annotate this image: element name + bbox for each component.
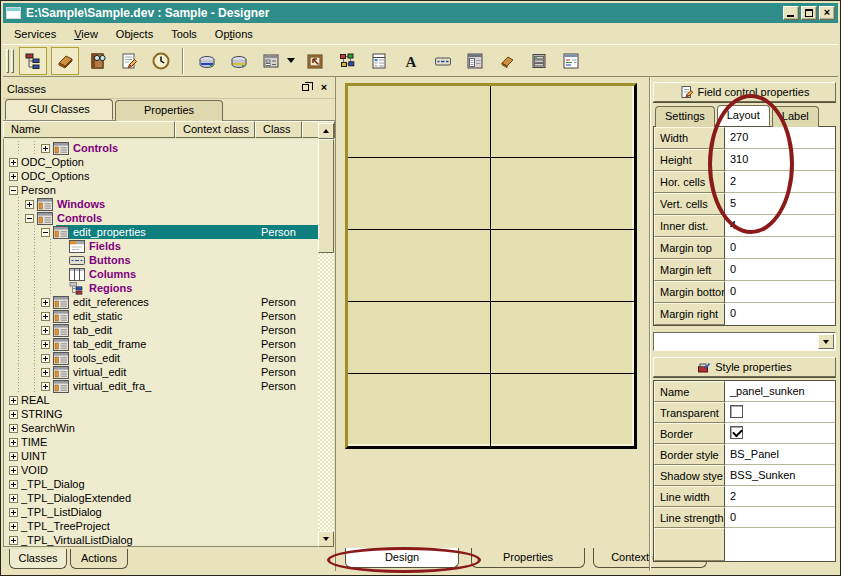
tree-row-string[interactable]: STRING: [4, 407, 318, 421]
toolbar-button-server[interactable]: [525, 47, 553, 75]
expand-icon[interactable]: [9, 536, 18, 545]
toolbar-button-form-window[interactable]: [257, 47, 285, 75]
property-value[interactable]: BS_Panel: [725, 444, 835, 465]
combobox-dropdown-button[interactable]: [818, 334, 834, 349]
property-value[interactable]: 0: [725, 281, 835, 303]
minimize-button[interactable]: [783, 6, 799, 20]
menu-item-services[interactable]: Services: [5, 26, 65, 42]
tree-row-_tpl_listdialog[interactable]: _TPL_ListDialog: [4, 505, 318, 519]
canvas-cell[interactable]: [348, 86, 491, 158]
toolbar-button-report-table[interactable]: [365, 47, 393, 75]
tree-row-tools_edit[interactable]: tools_editPerson: [4, 351, 318, 365]
property-value[interactable]: 2: [725, 171, 835, 193]
design-canvas[interactable]: [345, 83, 637, 449]
tab-actions[interactable]: Actions: [70, 549, 128, 569]
tree-row-tab_edit_frame[interactable]: tab_edit_framePerson: [4, 337, 318, 351]
toolbar-button-drive-blue[interactable]: [193, 47, 221, 75]
tree-row-_tpl_dialog[interactable]: _TPL_Dialog: [4, 477, 318, 491]
canvas-cell[interactable]: [348, 158, 491, 230]
scroll-down-button[interactable]: [318, 531, 334, 547]
tree-row-tab_edit[interactable]: tab_editPerson: [4, 323, 318, 337]
canvas-cell[interactable]: [348, 302, 491, 374]
toolbar-button-edit-document[interactable]: [115, 47, 143, 75]
tree-row-buttons[interactable]: Buttons: [4, 253, 318, 267]
field-control-properties-button[interactable]: Field control properties: [653, 82, 836, 102]
canvas-cell[interactable]: [491, 374, 634, 446]
expand-icon[interactable]: [9, 172, 18, 181]
property-value[interactable]: 0: [725, 303, 835, 325]
expand-icon[interactable]: [9, 424, 18, 433]
expand-icon[interactable]: [9, 396, 18, 405]
style-properties-button[interactable]: Style properties: [653, 357, 836, 377]
expand-icon[interactable]: [41, 368, 50, 377]
property-value[interactable]: 2: [725, 486, 835, 507]
canvas-cell[interactable]: [491, 158, 634, 230]
canvas-cell[interactable]: [491, 302, 634, 374]
expand-icon[interactable]: [9, 494, 18, 503]
collapse-icon[interactable]: [25, 214, 34, 223]
scroll-up-button[interactable]: [318, 123, 334, 139]
column-header-name[interactable]: Name: [3, 121, 175, 138]
tab-label[interactable]: Label: [772, 106, 819, 127]
tab-design[interactable]: Design: [345, 548, 459, 568]
scrollbar-thumb[interactable]: [318, 139, 334, 253]
toolbar-button-connections[interactable]: [333, 47, 361, 75]
maximize-button[interactable]: [801, 6, 817, 20]
expand-icon[interactable]: [9, 452, 18, 461]
tree-row-_tpl_dialogextended[interactable]: _TPL_DialogExtended: [4, 491, 318, 505]
toolbar-button-eraser[interactable]: [51, 47, 79, 75]
toolbar-dropdown-button[interactable]: [285, 47, 297, 75]
toolbar-button-book-glasses[interactable]: [83, 47, 111, 75]
expand-icon[interactable]: [9, 158, 18, 167]
tree-row-virtual_edit[interactable]: virtual_editPerson: [4, 365, 318, 379]
menu-item-view[interactable]: View: [65, 26, 107, 42]
tree-row-odc_option[interactable]: ODC_Option: [4, 155, 318, 169]
expand-icon[interactable]: [41, 298, 50, 307]
toolbar-button-clock[interactable]: [147, 47, 175, 75]
tree-row-controls[interactable]: Controls: [4, 141, 318, 155]
checkbox-unchecked[interactable]: [730, 405, 743, 418]
toolbar-grip[interactable]: [6, 49, 9, 73]
expand-icon[interactable]: [41, 354, 50, 363]
canvas-cell[interactable]: [348, 374, 491, 446]
tree-row-controls[interactable]: Controls: [4, 211, 318, 225]
tree-row-fields[interactable]: Fields: [4, 239, 318, 253]
expand-icon[interactable]: [9, 438, 18, 447]
column-header-class[interactable]: Class: [255, 121, 302, 138]
property-value[interactable]: 5: [725, 193, 835, 215]
tree-row-virtual_edit_fra_[interactable]: virtual_edit_fra_Person: [4, 379, 318, 393]
property-value[interactable]: BSS_Sunken: [725, 465, 835, 486]
tree-row-person[interactable]: Person: [4, 183, 318, 197]
tree-row-void[interactable]: VOID: [4, 463, 318, 477]
toolbar-button-export-box[interactable]: [301, 47, 329, 75]
expand-icon[interactable]: [9, 508, 18, 517]
tree-row-regions[interactable]: Regions: [4, 281, 318, 295]
tab-properties[interactable]: Properties: [471, 548, 585, 568]
toolbar-button-code-window[interactable]: [557, 47, 585, 75]
tree-row-edit_references[interactable]: edit_referencesPerson: [4, 295, 318, 309]
tree-row-_tpl_treeproject[interactable]: _TPL_TreeProject: [4, 519, 318, 533]
property-value[interactable]: _panel_sunken: [725, 381, 835, 402]
toolbar-button-font[interactable]: A: [397, 47, 425, 75]
toolbar-button-drive-yellow[interactable]: [225, 47, 253, 75]
property-value[interactable]: 0: [725, 259, 835, 281]
tree-row-windows[interactable]: Windows: [4, 197, 318, 211]
property-value[interactable]: 310: [725, 149, 835, 171]
expand-icon[interactable]: [9, 522, 18, 531]
toolbar-button-push-button[interactable]: [429, 47, 457, 75]
property-value[interactable]: 0: [725, 507, 835, 528]
float-panel-button[interactable]: [300, 82, 314, 95]
close-button[interactable]: ×: [819, 6, 835, 20]
toolbar-button-eraser2[interactable]: [493, 47, 521, 75]
expand-icon[interactable]: [9, 410, 18, 419]
expand-icon[interactable]: [41, 312, 50, 321]
tree-row-time[interactable]: TIME: [4, 435, 318, 449]
toolbar-button-class-tree[interactable]: [19, 47, 47, 75]
tree-row-odc_options[interactable]: ODC_Options: [4, 169, 318, 183]
menu-item-objects[interactable]: Objects: [107, 26, 162, 42]
tree-row-edit_properties[interactable]: edit_propertiesPerson: [4, 225, 318, 239]
style-combobox[interactable]: [653, 332, 836, 351]
column-header-context-class[interactable]: Context class: [175, 121, 255, 138]
tree-scrollbar[interactable]: [318, 123, 334, 547]
expand-icon[interactable]: [41, 340, 50, 349]
